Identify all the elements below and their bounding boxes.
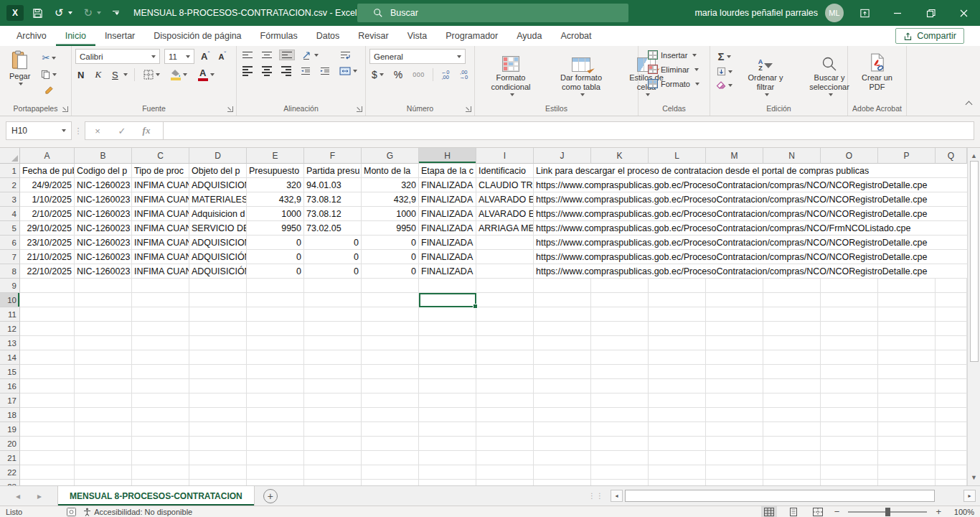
cell[interactable]: Etapa de la c xyxy=(419,164,476,178)
horizontal-scrollbar[interactable]: ⋮⋮ ◂ ▸ xyxy=(588,486,980,506)
cell[interactable] xyxy=(878,365,936,379)
cell[interactable] xyxy=(936,365,967,379)
accounting-format-button[interactable]: $ xyxy=(369,67,386,82)
format-as-table-button[interactable]: Dar formato como tabla xyxy=(546,49,616,103)
cell[interactable] xyxy=(476,408,534,422)
cell[interactable] xyxy=(591,336,649,350)
cell[interactable] xyxy=(878,322,936,336)
cell[interactable] xyxy=(362,379,419,393)
cell[interactable] xyxy=(189,437,247,451)
column-header-O[interactable]: O xyxy=(821,148,878,164)
normal-view-button[interactable] xyxy=(761,506,777,517)
cell[interactable]: Link para descargar el proceso de contra… xyxy=(534,164,967,178)
merge-center-button[interactable] xyxy=(337,65,359,77)
cell[interactable] xyxy=(936,279,967,293)
tab-datos[interactable]: Datos xyxy=(307,27,349,46)
cell[interactable]: https://www.compraspublicas.gob.ec/Proce… xyxy=(534,207,967,221)
cell[interactable] xyxy=(649,422,706,437)
cell[interactable] xyxy=(936,293,967,307)
row-header-19[interactable]: 19 xyxy=(0,422,20,437)
cell[interactable] xyxy=(878,408,936,422)
cell[interactable] xyxy=(75,480,132,485)
cell[interactable] xyxy=(362,480,419,485)
cell[interactable] xyxy=(763,279,821,293)
column-header-P[interactable]: P xyxy=(878,148,936,164)
cell[interactable] xyxy=(247,451,304,465)
cell[interactable] xyxy=(362,307,419,322)
zoom-in-button[interactable]: + xyxy=(936,506,941,517)
row-header-6[interactable]: 6 xyxy=(0,236,20,250)
cell[interactable] xyxy=(476,279,534,293)
cell[interactable] xyxy=(878,379,936,393)
cell[interactable]: NIC-1260023 xyxy=(75,192,132,207)
cell[interactable] xyxy=(304,336,362,350)
percent-style-button[interactable]: % xyxy=(392,67,405,82)
avatar[interactable]: ML xyxy=(825,4,844,22)
cell[interactable] xyxy=(821,365,878,379)
cell[interactable]: 0 xyxy=(304,250,362,264)
cell[interactable] xyxy=(649,322,706,336)
cell[interactable] xyxy=(591,379,649,393)
cell[interactable] xyxy=(189,307,247,322)
cell[interactable] xyxy=(20,480,75,485)
close-button[interactable] xyxy=(947,0,980,26)
cell[interactable] xyxy=(878,293,936,307)
cell[interactable]: INFIMA CUAN xyxy=(132,264,189,279)
cell[interactable] xyxy=(649,480,706,485)
column-header-C[interactable]: C xyxy=(132,148,189,164)
cell[interactable]: 432,9 xyxy=(247,192,304,207)
format-cells-button[interactable]: Formato xyxy=(646,78,706,90)
next-sheet-icon[interactable]: ▸ xyxy=(37,491,42,501)
cell[interactable] xyxy=(591,451,649,465)
cell[interactable] xyxy=(304,480,362,485)
cell[interactable] xyxy=(476,350,534,365)
row-header-23[interactable]: 23 xyxy=(0,480,20,485)
cell[interactable] xyxy=(649,408,706,422)
cell[interactable] xyxy=(419,465,476,480)
cell[interactable]: 432,9 xyxy=(362,192,419,207)
row-header-10[interactable]: 10 xyxy=(0,293,20,307)
excel-app-icon[interactable]: X xyxy=(6,5,24,21)
cell[interactable] xyxy=(132,465,189,480)
cell[interactable]: NIC-1260023 xyxy=(75,178,132,192)
cell[interactable] xyxy=(476,422,534,437)
cell[interactable] xyxy=(75,336,132,350)
prev-sheet-icon[interactable]: ◂ xyxy=(16,491,20,501)
row-header-13[interactable]: 13 xyxy=(0,336,20,350)
row-header-16[interactable]: 16 xyxy=(0,379,20,393)
tab-archivo[interactable]: Archivo xyxy=(7,27,56,46)
cell[interactable] xyxy=(763,408,821,422)
middle-align-button[interactable] xyxy=(260,50,274,60)
cell[interactable]: Objeto del p xyxy=(189,164,247,178)
cell[interactable] xyxy=(476,480,534,485)
cell[interactable] xyxy=(591,437,649,451)
column-header-J[interactable]: J xyxy=(534,148,591,164)
cell[interactable]: FINALIZADA xyxy=(419,264,476,279)
cell[interactable] xyxy=(649,379,706,393)
cell[interactable]: https://www.compraspublicas.gob.ec/Proce… xyxy=(534,221,967,236)
cell[interactable] xyxy=(362,465,419,480)
sheet-tab[interactable]: MENSUAL 8-PROCESOS-CONTRATACION xyxy=(57,486,255,506)
cell[interactable]: FINALIZADA xyxy=(419,178,476,192)
cell[interactable] xyxy=(476,322,534,336)
cell[interactable] xyxy=(534,293,591,307)
cell[interactable] xyxy=(649,365,706,379)
cell[interactable] xyxy=(362,336,419,350)
cell[interactable] xyxy=(75,279,132,293)
cell[interactable] xyxy=(132,336,189,350)
cell[interactable] xyxy=(706,293,763,307)
cell[interactable] xyxy=(362,293,419,307)
cell[interactable]: 0 xyxy=(304,264,362,279)
cell[interactable] xyxy=(534,279,591,293)
cell[interactable] xyxy=(534,422,591,437)
cell[interactable] xyxy=(936,307,967,322)
paste-button[interactable]: Pegar xyxy=(4,49,36,103)
cell[interactable]: 22/10/2025 xyxy=(20,264,75,279)
cell[interactable] xyxy=(936,379,967,393)
underline-button[interactable]: S xyxy=(110,68,121,82)
row-header-3[interactable]: 3 xyxy=(0,192,20,207)
cell[interactable] xyxy=(878,437,936,451)
cell[interactable]: NIC-1260023 xyxy=(75,207,132,221)
cell[interactable] xyxy=(763,437,821,451)
cell[interactable] xyxy=(304,350,362,365)
